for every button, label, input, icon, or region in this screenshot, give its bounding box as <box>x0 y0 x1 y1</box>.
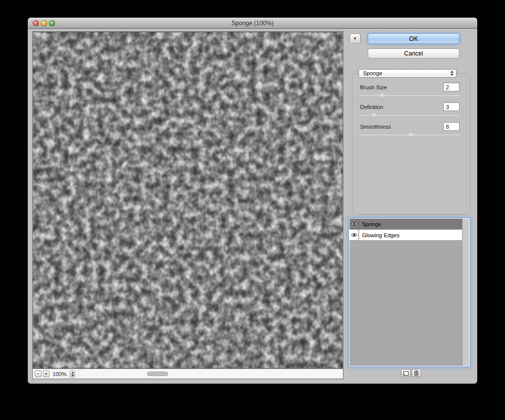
effect-layer-row-sponge[interactable]: Sponge <box>349 219 462 230</box>
zoom-level: 100% <box>53 371 67 377</box>
zoom-stepper[interactable] <box>70 371 75 378</box>
filter-select[interactable]: Sponge <box>359 69 457 78</box>
effect-layer-name: Sponge <box>359 219 381 229</box>
stepper-up-icon <box>71 372 74 374</box>
visibility-toggle[interactable] <box>349 230 359 240</box>
smoothness-value-field[interactable]: 8 <box>443 122 460 131</box>
new-effect-layer-button[interactable] <box>401 369 411 377</box>
definition-thumb[interactable] <box>371 113 377 118</box>
toggle-filter-thumbnails-button[interactable]: ▼ <box>349 33 361 44</box>
window-title: Sponge (100%) <box>28 20 477 27</box>
brush-size-slider: Brush Size 2 <box>360 83 460 100</box>
brush-size-track[interactable] <box>360 95 460 96</box>
title-bar[interactable]: Sponge (100%) <box>28 18 477 29</box>
effect-layer-row-glowing-edges[interactable]: Glowing Edges <box>349 230 462 241</box>
zoom-in-button[interactable]: + <box>43 371 49 377</box>
popup-arrows-icon <box>450 71 453 76</box>
definition-value-field[interactable]: 3 <box>443 102 460 111</box>
filter-select-value: Sponge <box>363 70 382 76</box>
trash-icon <box>414 370 419 376</box>
smoothness-label: Smoothness <box>360 124 391 130</box>
ok-button[interactable]: OK <box>368 33 460 44</box>
disclosure-triangle-icon: ▼ <box>353 36 357 41</box>
preview-statusbar: − + 100% <box>33 369 343 379</box>
effect-layers-list: Sponge Glowing Edges <box>349 219 469 366</box>
brush-size-value-field[interactable]: 2 <box>443 83 460 91</box>
effect-layer-name: Glowing Edges <box>359 230 399 240</box>
eye-icon <box>351 222 358 226</box>
delete-effect-layer-button[interactable] <box>412 369 421 377</box>
stepper-down-icon <box>71 375 74 377</box>
definition-label: Definition <box>360 104 383 110</box>
sponge-texture-image <box>33 32 343 369</box>
brush-size-thumb[interactable] <box>379 93 385 98</box>
preview-canvas[interactable] <box>33 32 343 369</box>
new-layer-icon <box>403 371 409 376</box>
effect-layers-scrollbar[interactable] <box>462 219 469 366</box>
effect-layers-panel: Sponge Glowing Edges <box>348 218 470 367</box>
smoothness-slider: Smoothness 8 <box>360 122 460 139</box>
cancel-button[interactable]: Cancel <box>368 48 460 59</box>
filter-gallery-window: Sponge (100%) <box>28 18 477 384</box>
smoothness-thumb[interactable] <box>408 133 414 138</box>
preview-pane: − + 100% <box>32 31 343 379</box>
horizontal-scrollbar-thumb[interactable] <box>147 372 168 376</box>
visibility-toggle[interactable] <box>349 219 359 229</box>
definition-slider: Definition 3 <box>360 102 460 120</box>
eye-icon <box>351 233 358 237</box>
brush-size-label: Brush Size <box>360 84 387 90</box>
zoom-controls: − + 100% <box>33 369 79 379</box>
zoom-out-button[interactable]: − <box>35 371 41 377</box>
